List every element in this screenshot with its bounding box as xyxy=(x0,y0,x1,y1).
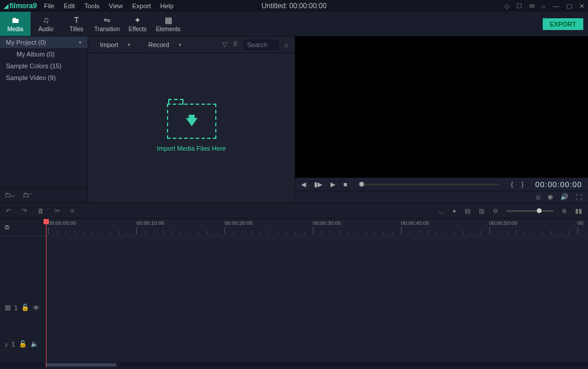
menu-bar: ◢ filmora9 File Edit Tools View Export H… xyxy=(0,0,588,12)
visibility-icon[interactable]: 👁 xyxy=(33,304,39,311)
record-label: Record xyxy=(148,41,169,48)
media-sidebar: My Project (0) ▾ My Album (0) Sample Col… xyxy=(0,36,88,202)
category-tabs: 🖿 Media ♫ Audio T Titles ⇋ Transition ✦ … xyxy=(0,12,588,36)
zoom-out-icon[interactable]: ⊖ xyxy=(493,207,498,215)
media-toolbar: Import ▾ Record ▾ ▽ ⠿ ⌕ xyxy=(88,36,295,53)
maximize-icon[interactable]: ▢ xyxy=(566,2,572,10)
grid-view-icon[interactable]: ⠿ xyxy=(233,41,238,48)
tab-label: Audio xyxy=(38,26,54,32)
zoom-in-icon[interactable]: ⊕ xyxy=(562,207,567,215)
snapshot-icon[interactable]: ◉ xyxy=(547,193,553,201)
menu-edit[interactable]: Edit xyxy=(59,1,79,11)
video-track-body[interactable] xyxy=(46,290,588,325)
skip-back-icon[interactable]: ◀ xyxy=(301,181,306,188)
sidebar-item-colors[interactable]: Sample Colors (15) xyxy=(0,60,88,72)
mark-in-icon[interactable]: { xyxy=(511,181,513,188)
timeline: ⧉ 00:00:00:0000:00:10:0000:00:20:0000:00… xyxy=(0,219,588,367)
lock-icon[interactable]: 🔓 xyxy=(19,340,27,348)
sidebar-footer: 🗀₊ 🗀⁻ xyxy=(0,187,88,202)
timeline-toolbar: ↶ ↷ 🗑 ✂ ≡ ◡ ● ▤ ▥ ⊖ ⊕ ▮▮ xyxy=(0,202,588,219)
export-button[interactable]: EXPORT xyxy=(543,18,583,30)
audio-track-row: ♪ 1 🔓 🔈 xyxy=(0,326,588,363)
tab-label: Effects xyxy=(129,26,146,32)
timeline-ruler-row: ⧉ 00:00:00:0000:00:10:0000:00:20:0000:00… xyxy=(0,219,588,237)
display-icon[interactable]: ⎚ xyxy=(536,194,540,201)
record-dropdown[interactable]: Record ▾ xyxy=(142,41,187,48)
media-pane: Import ▾ Record ▾ ▽ ⠿ ⌕ Import Media Fil… xyxy=(88,36,295,202)
undo-icon[interactable]: ↶ xyxy=(6,207,11,215)
mic-setup-icon[interactable]: ⌕ xyxy=(542,2,546,10)
lock-icon[interactable]: 🔓 xyxy=(21,304,29,311)
timeline-ruler[interactable]: 00:00:00:0000:00:10:0000:00:20:0000:00:3… xyxy=(46,219,588,236)
fullscreen-icon[interactable]: ⛶ xyxy=(576,194,582,201)
play-icon[interactable]: ▶ xyxy=(330,181,335,188)
mail-icon[interactable]: ✉ xyxy=(529,2,534,10)
voice-icon[interactable]: ● xyxy=(452,207,456,214)
marker-icon[interactable]: ◡ xyxy=(438,207,444,215)
sidebar-project-header[interactable]: My Project (0) ▾ xyxy=(0,36,88,48)
playhead[interactable] xyxy=(46,219,46,367)
user-icon[interactable]: ◇ xyxy=(505,2,509,10)
tab-elements[interactable]: ▦ Elements xyxy=(153,12,183,36)
tab-titles[interactable]: T Titles xyxy=(61,12,92,36)
ruler-label: 00:00:30:00 xyxy=(313,220,341,226)
media-drop-zone[interactable]: Import Media Files Here xyxy=(88,53,295,202)
split-icon[interactable]: ✂ xyxy=(55,207,60,215)
drop-zone-text: Import Media Files Here xyxy=(157,145,226,152)
timeline-horizontal-scrollbar[interactable] xyxy=(0,363,588,367)
mute-icon[interactable]: 🔈 xyxy=(31,340,39,348)
render-icon[interactable]: ▥ xyxy=(479,207,485,215)
delete-icon[interactable]: 🗑 xyxy=(38,207,44,214)
mark-out-icon[interactable]: } xyxy=(522,181,524,188)
mixer-icon[interactable]: ▤ xyxy=(465,207,470,215)
tab-transition[interactable]: ⇋ Transition xyxy=(92,12,122,36)
video-track-index: 1 xyxy=(14,304,18,311)
preview-footer: ⎚ ◉ 🔊 ⛶ xyxy=(295,191,588,202)
menu-tools[interactable]: Tools xyxy=(79,1,104,11)
redo-icon[interactable]: ↷ xyxy=(22,207,27,215)
app-logo-icon: ◢ xyxy=(4,2,8,10)
tab-effects[interactable]: ✦ Effects xyxy=(122,12,153,36)
sidebar-item-video[interactable]: Sample Video (9) xyxy=(0,72,88,84)
stop-icon[interactable]: ■ xyxy=(343,181,348,188)
search-input[interactable] xyxy=(243,39,279,50)
tracks-icon: ⧉ xyxy=(5,224,9,231)
tab-media[interactable]: 🖿 Media xyxy=(0,12,31,36)
ruler-label: 00:00:10:00 xyxy=(136,220,165,226)
new-folder-icon[interactable]: 🗀₊ xyxy=(5,191,15,199)
import-dropdown[interactable]: Import ▾ xyxy=(94,41,136,48)
document-title: Untitled: 00:00:00:00 xyxy=(262,2,327,10)
crop-icon[interactable]: ≡ xyxy=(71,207,74,214)
app-name: filmora9 xyxy=(9,2,37,10)
menu-view[interactable]: View xyxy=(104,1,128,11)
tab-audio[interactable]: ♫ Audio xyxy=(31,12,61,36)
step-back-icon[interactable]: ▮▶ xyxy=(314,181,322,188)
scrollbar-thumb[interactable] xyxy=(46,363,116,367)
search-icon[interactable]: ⌕ xyxy=(285,41,289,48)
import-label: Import xyxy=(100,41,118,48)
filter-icon[interactable]: ▽ xyxy=(222,41,227,48)
delete-folder-icon[interactable]: 🗀⁻ xyxy=(23,191,33,199)
chevron-down-icon: ▾ xyxy=(179,42,182,48)
manage-tracks-button[interactable]: ⧉ xyxy=(0,219,46,236)
video-track-icon: ▥ xyxy=(5,304,11,311)
effects-icon: ✦ xyxy=(134,15,141,25)
menu-export[interactable]: Export xyxy=(128,1,156,11)
menu-file[interactable]: File xyxy=(39,1,59,11)
tab-label: Media xyxy=(7,26,23,32)
playback-scrubber[interactable] xyxy=(359,184,499,185)
window-controls: ◇ ☐ ✉ ⌕ — ▢ ✕ xyxy=(505,2,584,10)
volume-icon[interactable]: 🔊 xyxy=(560,193,569,201)
timeline-settings-icon[interactable]: ▮▮ xyxy=(575,207,582,215)
minimize-icon[interactable]: — xyxy=(553,2,559,10)
menu-help[interactable]: Help xyxy=(156,1,179,11)
tab-label: Transition xyxy=(94,26,120,32)
audio-track-body[interactable] xyxy=(46,326,588,362)
sidebar-item-album[interactable]: My Album (0) xyxy=(0,48,88,60)
timeline-empty-space xyxy=(0,237,588,290)
folder-icon: 🖿 xyxy=(11,15,19,25)
bookmark-icon[interactable]: ☐ xyxy=(516,2,522,10)
close-icon[interactable]: ✕ xyxy=(579,2,584,10)
preview-controls: ◀ ▮▶ ▶ ■ { } 00:00:00:00 xyxy=(295,178,588,191)
zoom-slider[interactable] xyxy=(506,210,553,212)
